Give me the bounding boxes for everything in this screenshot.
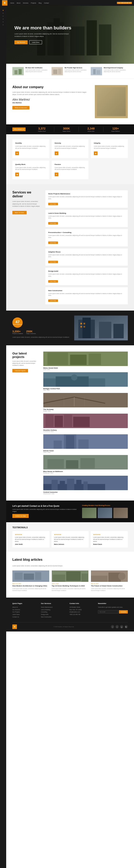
sidebar-dot-5[interactable] — [3, 22, 3, 22]
nav-contact[interactable]: Contact — [44, 2, 49, 4]
sidebar-dot-2[interactable] — [3, 13, 3, 14]
svg-rect-13 — [91, 67, 102, 75]
feature-text-1: We Have ISO Certificates Lorem ipsum dol… — [26, 67, 49, 73]
testimonial-card-2: ★★★★★ Lorem ipsum dolor sit amet, consec… — [51, 531, 89, 548]
project-card-6[interactable]: Blue House on Baltimore Residential / 20… — [43, 455, 128, 474]
service-desc-2: Lorem ipsum dolor sit amet, consectetur … — [48, 215, 125, 219]
footer-link-1-5[interactable]: Contact Us — [12, 616, 38, 618]
sidebar-dot-1[interactable] — [3, 10, 3, 11]
hero-title: We are more than builders — [14, 25, 72, 31]
service-title-5: Design-build — [48, 270, 125, 272]
blog-intro: Lorem ipsum dolor sit amet, consectetur … — [12, 565, 128, 567]
footer-link-2-1[interactable]: Home Maintenance — [41, 606, 66, 609]
nav-projects[interactable]: Projects — [31, 2, 36, 4]
cta-img-3 — [114, 508, 128, 518]
svg-rect-19 — [111, 95, 124, 112]
social-linkedin[interactable]: in — [120, 625, 123, 628]
stat-num-2: 300K — [56, 127, 77, 130]
svg-rect-34 — [47, 352, 68, 365]
service-btn-6[interactable]: Learn More — [48, 300, 58, 302]
sidebar-dot-6[interactable] — [3, 24, 3, 25]
footer-address-2: New York, NY 10001 — [70, 609, 95, 611]
footer-link-2-4[interactable]: Design-build — [41, 613, 66, 616]
footer-link-2-3[interactable]: Consulting — [41, 611, 66, 613]
blog-date-3: May 10, 2023 — [91, 583, 128, 584]
social-youtube[interactable]: ▶ — [125, 625, 128, 628]
footer-link-2-2[interactable]: Land & Building — [41, 609, 66, 611]
svg-rect-31 — [80, 326, 82, 328]
newsletter-submit-btn[interactable]: Subscribe — [119, 610, 128, 614]
service-btn-5[interactable]: Learn More — [48, 280, 58, 283]
social-facebook[interactable]: f — [111, 625, 114, 628]
feature-item-1: We Have ISO Certificates Lorem ipsum dol… — [12, 67, 49, 75]
footer-copyright: © 2023 BuildCo. All Rights Reserved. — [54, 626, 74, 627]
sidebar-dot-3[interactable] — [3, 16, 3, 17]
cta-subtitle: Creating Wonders from Working Process — [82, 505, 128, 506]
project-card-3[interactable]: The Archway Bridge / 2022 — [43, 393, 128, 411]
value-card-3: Integrity Lorem ipsum dolor sit amet, co… — [91, 139, 128, 158]
phone-badge[interactable]: Tell: +800 123 456 789 — [117, 2, 132, 4]
about-title: About our company — [12, 85, 91, 89]
hero-outline-btn[interactable]: Learn More — [29, 40, 42, 44]
stat-num-4: 120+ — [105, 127, 126, 130]
svg-rect-15 — [96, 70, 100, 74]
project-card-2[interactable]: Bellagio Central Park Park / 2020 — [43, 372, 128, 391]
service-btn-3[interactable]: Learn More — [48, 242, 58, 244]
project-card-5[interactable]: Detroit Tower Tower / 2019 — [43, 434, 128, 453]
service-btn-2[interactable]: Learn More — [48, 222, 58, 224]
projects-left: Our latest projects Lorem ipsum dolor si… — [12, 351, 39, 494]
logo[interactable]: B — [2, 0, 7, 6]
svg-rect-11 — [53, 69, 57, 74]
hero-primary-btn[interactable]: Our Services — [14, 40, 28, 44]
footer-link-1-4[interactable]: Latest News — [12, 613, 38, 616]
projects-right: Melos Grand Hotel Hotel / 2021 Bellagio … — [43, 351, 128, 494]
svg-rect-63 — [67, 479, 74, 490]
blog-post-title-2: Top 10 Green Building Techniques in 2023 — [52, 585, 89, 587]
cta-images — [82, 508, 128, 518]
nav-blog[interactable]: Blog — [39, 2, 41, 4]
nav-services[interactable]: Services — [23, 2, 29, 4]
project-title-3: The Archway — [43, 408, 128, 410]
nav-about[interactable]: About — [17, 2, 20, 4]
svg-rect-54 — [78, 439, 89, 449]
svg-rect-21 — [105, 94, 107, 98]
service-btn-4[interactable]: Learn More — [48, 261, 58, 263]
project-card-4[interactable]: Houston Century Commercial / 2021 — [43, 414, 128, 432]
footer-logo[interactable]: B — [12, 624, 17, 629]
footer-link-1-3[interactable]: Our Projects — [12, 611, 38, 613]
project-img-6 — [43, 455, 128, 469]
nav-home[interactable]: Home — [10, 2, 14, 4]
blog-title: Latest blog articles — [12, 558, 128, 562]
stat-item-2: 300K Happy Clients — [54, 127, 79, 132]
service-btn-1[interactable]: Learn More — [48, 203, 58, 205]
service-card-3: Preconstruction + Consulting Lorem ipsum… — [45, 229, 128, 246]
service-desc-5: Lorem ipsum dolor sit amet, consectetur … — [48, 273, 125, 277]
why-left: 47 Years of experience 3,200+ Projects c… — [12, 317, 70, 339]
services-right: Home Projects Maintenance Lorem ipsum do… — [45, 190, 128, 304]
cta-right-group: Creating Wonders from Working Process — [82, 505, 128, 518]
sidebar-dot-4[interactable] — [3, 19, 3, 20]
cta-btn[interactable]: Contact Us Now — [12, 514, 29, 518]
footer-link-1-2[interactable]: Our Services — [12, 609, 38, 611]
project-card-7[interactable]: Central Connector Infrastructure / 2022 — [43, 476, 128, 494]
footer-link-2-5[interactable]: New Construction — [41, 616, 66, 618]
footer-col-3: Contact Info 123 Builder Street New York… — [70, 602, 95, 618]
newsletter-email-input[interactable] — [98, 610, 118, 614]
value-icon-5: ♥ — [55, 173, 58, 176]
svg-rect-61 — [51, 480, 58, 490]
t-text-1: Lorem ipsum dolor sit amet, consectetur … — [15, 536, 47, 542]
blog-card-2[interactable]: April 2, 2023 Top 10 Green Building Tech… — [52, 570, 89, 591]
blog-card-3[interactable]: May 10, 2023 The Future of Smart Home Co… — [91, 570, 128, 591]
value-card-4: Quality Work Lorem ipsum dolor sit amet,… — [12, 161, 49, 179]
projects-cta-btn[interactable]: View All Projects — [12, 369, 28, 372]
services-cta-btn[interactable]: More Services — [12, 211, 27, 214]
stat-desc-4: Expert Workers — [105, 130, 126, 132]
why-section: 47 Years of experience 3,200+ Projects c… — [6, 311, 134, 345]
projects-section: Our latest projects Lorem ipsum dolor si… — [6, 345, 134, 500]
project-card-1[interactable]: Melos Grand Hotel Hotel / 2021 — [43, 351, 128, 370]
service-title-1: Home Projects Maintenance — [48, 193, 125, 195]
about-cta-btn[interactable]: What we know more — [12, 106, 30, 110]
social-twitter[interactable]: t — [116, 625, 119, 628]
blog-card-1[interactable]: March 15, 2023 How Modern Architecture i… — [12, 570, 49, 591]
footer-link-1-1[interactable]: About Us — [12, 606, 38, 609]
